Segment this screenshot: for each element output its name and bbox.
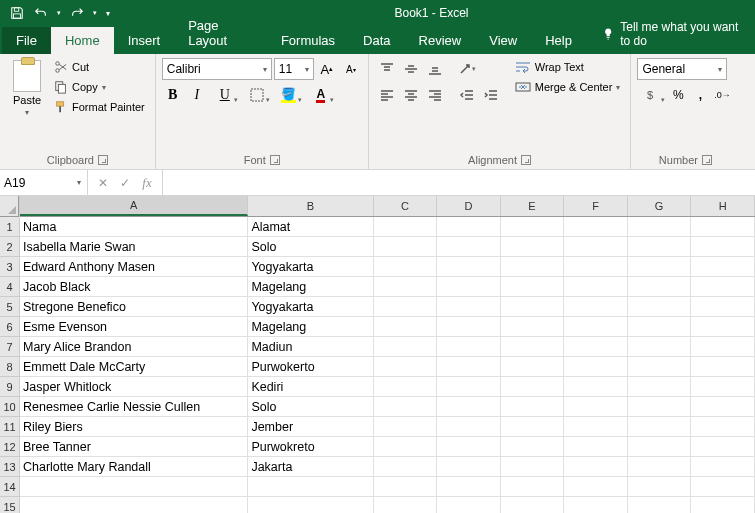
cell-A3[interactable]: Edward Anthony Masen [20,257,248,277]
cell-F14[interactable] [564,477,628,497]
cell-H12[interactable] [691,437,755,457]
cell-F2[interactable] [564,237,628,257]
cell-H9[interactable] [691,377,755,397]
cell-H11[interactable] [691,417,755,437]
cell-A4[interactable]: Jacob Black [20,277,248,297]
cell-C14[interactable] [374,477,438,497]
cell-E2[interactable] [501,237,565,257]
tab-insert[interactable]: Insert [114,27,175,54]
cell-H10[interactable] [691,397,755,417]
paste-button[interactable]: Paste ▾ [6,58,48,119]
row-header[interactable]: 1 [0,217,19,237]
cell-H13[interactable] [691,457,755,477]
cut-button[interactable]: Cut [50,58,149,76]
row-header[interactable]: 13 [0,457,19,477]
cell-G10[interactable] [628,397,692,417]
clipboard-launcher[interactable] [98,155,108,165]
cell-B14[interactable] [248,477,373,497]
cell-G13[interactable] [628,457,692,477]
cell-B4[interactable]: Magelang [248,277,373,297]
cell-G11[interactable] [628,417,692,437]
merge-center-button[interactable]: Merge & Center ▾ [511,78,625,96]
alignment-launcher[interactable] [521,155,531,165]
cell-D11[interactable] [437,417,501,437]
cell-G2[interactable] [628,237,692,257]
col-header-D[interactable]: D [437,196,501,216]
cell-E13[interactable] [501,457,565,477]
font-size-select[interactable]: 11▾ [274,58,314,80]
cell-F13[interactable] [564,457,628,477]
font-launcher[interactable] [270,155,280,165]
cell-F5[interactable] [564,297,628,317]
col-header-A[interactable]: A [20,196,248,216]
cell-H15[interactable] [691,497,755,513]
tab-data[interactable]: Data [349,27,404,54]
cell-A1[interactable]: Nama [20,217,248,237]
row-header[interactable]: 8 [0,357,19,377]
cell-F1[interactable] [564,217,628,237]
cell-B6[interactable]: Magelang [248,317,373,337]
cell-E6[interactable] [501,317,565,337]
cell-C13[interactable] [374,457,438,477]
cell-C12[interactable] [374,437,438,457]
row-header[interactable]: 12 [0,437,19,457]
tab-formulas[interactable]: Formulas [267,27,349,54]
cell-G3[interactable] [628,257,692,277]
percent-format-button[interactable]: % [667,84,689,106]
row-header[interactable]: 11 [0,417,19,437]
cell-H2[interactable] [691,237,755,257]
cell-F7[interactable] [564,337,628,357]
cell-F6[interactable] [564,317,628,337]
cell-G5[interactable] [628,297,692,317]
cell-E4[interactable] [501,277,565,297]
cancel-formula-button[interactable]: ✕ [92,170,114,195]
cell-C4[interactable] [374,277,438,297]
cell-B15[interactable] [248,497,373,513]
row-header[interactable]: 3 [0,257,19,277]
cell-C8[interactable] [374,357,438,377]
align-left-button[interactable] [375,84,399,106]
fill-color-button[interactable]: 🪣 [274,84,304,106]
cell-D9[interactable] [437,377,501,397]
cell-H14[interactable] [691,477,755,497]
cell-A8[interactable]: Emmett Dale McCarty [20,357,248,377]
align-middle-button[interactable] [399,58,423,80]
cell-F10[interactable] [564,397,628,417]
cell-B5[interactable]: Yogyakarta [248,297,373,317]
cell-H8[interactable] [691,357,755,377]
row-header[interactable]: 10 [0,397,19,417]
undo-dropdown[interactable]: ▾ [54,2,64,24]
number-format-select[interactable]: General▾ [637,58,727,80]
cell-A7[interactable]: Mary Alice Brandon [20,337,248,357]
tab-file[interactable]: File [2,27,51,54]
cell-D1[interactable] [437,217,501,237]
cell-A14[interactable] [20,477,248,497]
cell-E8[interactable] [501,357,565,377]
cell-D14[interactable] [437,477,501,497]
cell-A11[interactable]: Riley Biers [20,417,248,437]
cell-D2[interactable] [437,237,501,257]
cell-H6[interactable] [691,317,755,337]
cell-D8[interactable] [437,357,501,377]
cell-G15[interactable] [628,497,692,513]
cell-E3[interactable] [501,257,565,277]
cell-C15[interactable] [374,497,438,513]
align-center-button[interactable] [399,84,423,106]
cell-E12[interactable] [501,437,565,457]
cell-B12[interactable]: Purwokreto [248,437,373,457]
cell-G9[interactable] [628,377,692,397]
col-header-G[interactable]: G [628,196,692,216]
cell-F4[interactable] [564,277,628,297]
select-all-corner[interactable] [0,196,19,217]
cell-F3[interactable] [564,257,628,277]
cell-B2[interactable]: Solo [248,237,373,257]
row-header[interactable]: 2 [0,237,19,257]
redo-button[interactable] [66,2,88,24]
cell-G12[interactable] [628,437,692,457]
row-header[interactable]: 7 [0,337,19,357]
cell-B1[interactable]: Alamat [248,217,373,237]
underline-button[interactable]: U [210,84,240,106]
cell-A15[interactable] [20,497,248,513]
tab-home[interactable]: Home [51,27,114,54]
cell-B8[interactable]: Purwokerto [248,357,373,377]
